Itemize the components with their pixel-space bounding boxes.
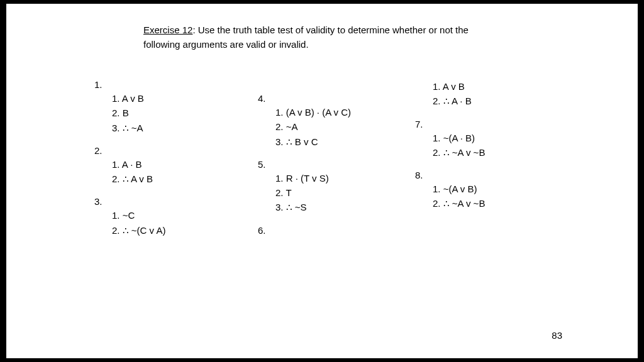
problem-head: 1. [94,79,252,90]
problem-line: 2. T [275,185,415,200]
problem-line: 1. ~(A v B) [433,182,572,196]
problem-line: 2. ∴ ~A v ~B [433,145,572,160]
problem-lines: 1. ~(A · B) 2. ∴ ~A v ~B [415,131,572,160]
problem-7: 7. 1. ~(A · B) 2. ∴ ~A v ~B [415,119,572,160]
page: Exercise 12: Use the truth table test of… [6,4,638,358]
problem-line: 1. R · (T v S) [275,171,415,185]
problem-line: 1. A · B [112,157,252,172]
problem-6: 6. [258,225,415,236]
problem-lines: 1. ~(A v B) 2. ∴ ~A v ~B [415,182,572,211]
problem-line: 3. ∴ B v C [275,134,415,149]
problem-lines: 1. A · B 2. ∴ A v B [94,157,252,187]
problem-line: 1. A v B [112,91,252,106]
problem-3: 3. 1. ~C 2. ∴ ~(C v A) [94,196,252,238]
problem-6-body: 1. A v B 2. ∴ A · B [415,79,572,109]
problem-8: 8. 1. ~(A v B) 2. ∴ ~A v ~B [415,170,572,211]
problem-lines: 1. (A v B) · (A v C) 2. ~A 3. ∴ B v C [258,105,415,149]
problem-lines: 1. R · (T v S) 2. T 3. ∴ ~S [258,171,415,215]
problem-lines: 1. A v B 2. ∴ A · B [415,79,572,109]
problem-lines: 1. ~C 2. ∴ ~(C v A) [94,208,252,238]
problem-line: 1. (A v B) · (A v C) [275,105,415,119]
problem-line: 2. ∴ A v B [112,172,252,186]
problem-4: 4. 1. (A v B) · (A v C) 2. ~A 3. ∴ B v C [258,93,415,149]
problem-line: 3. ∴ ~A [112,121,252,135]
problem-line: 3. ∴ ~S [275,200,415,214]
problem-2: 2. 1. A · B 2. ∴ A v B [94,145,252,187]
problem-head: 4. [258,93,415,104]
problem-line: 2. ∴ A · B [433,94,572,108]
problem-head: 5. [258,159,415,170]
page-number: 83 [552,330,562,341]
problem-line: 2. ∴ ~(C v A) [112,223,252,238]
column-3: 1. A v B 2. ∴ A · B 7. 1. ~(A · B) 2. ∴ … [415,79,572,221]
problem-line: 2. B [112,106,252,120]
problem-head: 8. [415,170,572,180]
problem-head: 6. [258,225,415,236]
exercise-instruction: Exercise 12: Use the truth table test of… [143,23,496,52]
exercise-title: Exercise 12 [143,25,192,35]
problem-head: 3. [94,196,252,207]
problem-head: 7. [415,119,572,129]
exercise-text: : Use the truth table test of validity t… [143,25,469,50]
problem-line: 1. ~C [112,208,252,222]
problem-5: 5. 1. R · (T v S) 2. T 3. ∴ ~S [258,159,415,215]
column-2: 4. 1. (A v B) · (A v C) 2. ~A 3. ∴ B v C… [258,79,415,246]
column-1: 1. 1. A v B 2. B 3. ∴ ~A 2. 1. A · B 2. … [94,79,252,248]
problem-line: 1. A v B [433,79,572,94]
problem-lines: 1. A v B 2. B 3. ∴ ~A [94,91,252,135]
problem-line: 2. ∴ ~A v ~B [433,196,572,211]
page-content: Exercise 12: Use the truth table test of… [6,4,638,358]
problem-head: 2. [94,145,252,156]
problem-1: 1. 1. A v B 2. B 3. ∴ ~A [94,79,252,135]
problem-line: 2. ~A [275,119,415,134]
problem-line: 1. ~(A · B) [433,131,572,145]
